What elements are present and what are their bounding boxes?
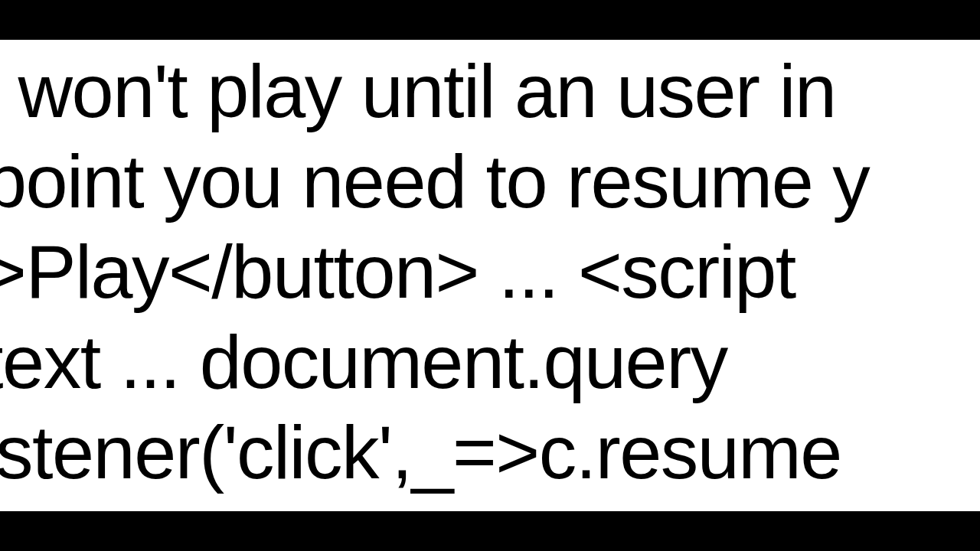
text-viewport: dio won't play until an user in point yo… [0,40,980,511]
text-line-4: ontext ... document.query [0,318,727,406]
text-line-3: on>Play</button> ... <script [0,228,795,316]
text-line-5: Listener('click',_=>c.resume [0,409,841,497]
text-line-2: point you need to resume y [0,138,869,226]
text-line-1: dio won't play until an user in [0,47,836,135]
